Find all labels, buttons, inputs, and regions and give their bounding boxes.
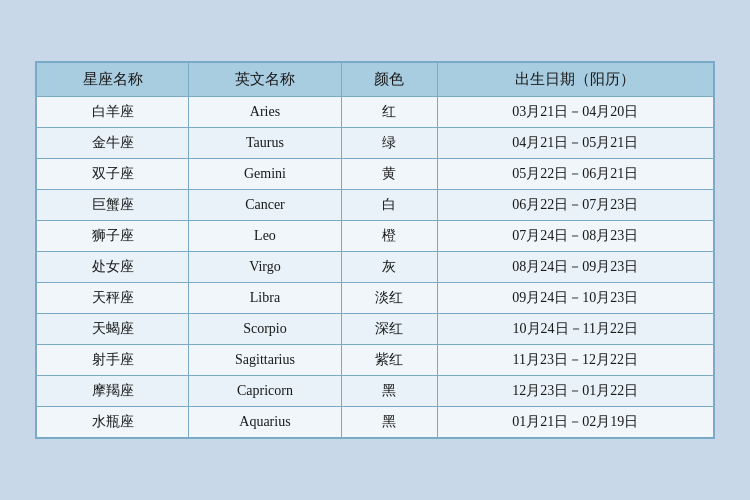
cell-dates: 12月23日－01月22日 (437, 376, 713, 407)
cell-dates: 05月22日－06月21日 (437, 159, 713, 190)
cell-color: 白 (341, 190, 437, 221)
header-color: 颜色 (341, 63, 437, 97)
cell-english-name: Virgo (189, 252, 341, 283)
cell-chinese-name: 天蝎座 (37, 314, 189, 345)
cell-english-name: Aquarius (189, 407, 341, 438)
cell-chinese-name: 摩羯座 (37, 376, 189, 407)
cell-english-name: Scorpio (189, 314, 341, 345)
table-row: 金牛座Taurus绿04月21日－05月21日 (37, 128, 714, 159)
cell-color: 黄 (341, 159, 437, 190)
cell-dates: 11月23日－12月22日 (437, 345, 713, 376)
table-row: 射手座Sagittarius紫红11月23日－12月22日 (37, 345, 714, 376)
cell-chinese-name: 金牛座 (37, 128, 189, 159)
table-row: 白羊座Aries红03月21日－04月20日 (37, 97, 714, 128)
cell-color: 灰 (341, 252, 437, 283)
cell-color: 橙 (341, 221, 437, 252)
cell-dates: 09月24日－10月23日 (437, 283, 713, 314)
cell-chinese-name: 水瓶座 (37, 407, 189, 438)
cell-dates: 08月24日－09月23日 (437, 252, 713, 283)
table-row: 天蝎座Scorpio深红10月24日－11月22日 (37, 314, 714, 345)
table-header-row: 星座名称 英文名称 颜色 出生日期（阳历） (37, 63, 714, 97)
table-row: 摩羯座Capricorn黑12月23日－01月22日 (37, 376, 714, 407)
cell-english-name: Cancer (189, 190, 341, 221)
cell-color: 淡红 (341, 283, 437, 314)
cell-dates: 10月24日－11月22日 (437, 314, 713, 345)
header-english-name: 英文名称 (189, 63, 341, 97)
zodiac-table-container: 星座名称 英文名称 颜色 出生日期（阳历） 白羊座Aries红03月21日－04… (35, 61, 715, 439)
cell-color: 红 (341, 97, 437, 128)
table-row: 双子座Gemini黄05月22日－06月21日 (37, 159, 714, 190)
cell-english-name: Taurus (189, 128, 341, 159)
cell-dates: 01月21日－02月19日 (437, 407, 713, 438)
cell-chinese-name: 巨蟹座 (37, 190, 189, 221)
cell-chinese-name: 处女座 (37, 252, 189, 283)
header-chinese-name: 星座名称 (37, 63, 189, 97)
table-row: 处女座Virgo灰08月24日－09月23日 (37, 252, 714, 283)
cell-color: 黑 (341, 407, 437, 438)
cell-color: 绿 (341, 128, 437, 159)
cell-english-name: Capricorn (189, 376, 341, 407)
cell-dates: 03月21日－04月20日 (437, 97, 713, 128)
cell-chinese-name: 双子座 (37, 159, 189, 190)
cell-english-name: Aries (189, 97, 341, 128)
cell-chinese-name: 射手座 (37, 345, 189, 376)
cell-color: 紫红 (341, 345, 437, 376)
cell-english-name: Sagittarius (189, 345, 341, 376)
cell-color: 黑 (341, 376, 437, 407)
header-dates: 出生日期（阳历） (437, 63, 713, 97)
cell-english-name: Libra (189, 283, 341, 314)
table-row: 天秤座Libra淡红09月24日－10月23日 (37, 283, 714, 314)
cell-english-name: Gemini (189, 159, 341, 190)
table-body: 白羊座Aries红03月21日－04月20日金牛座Taurus绿04月21日－0… (37, 97, 714, 438)
cell-english-name: Leo (189, 221, 341, 252)
zodiac-table: 星座名称 英文名称 颜色 出生日期（阳历） 白羊座Aries红03月21日－04… (36, 62, 714, 438)
table-row: 巨蟹座Cancer白06月22日－07月23日 (37, 190, 714, 221)
cell-chinese-name: 白羊座 (37, 97, 189, 128)
cell-dates: 06月22日－07月23日 (437, 190, 713, 221)
cell-dates: 07月24日－08月23日 (437, 221, 713, 252)
cell-chinese-name: 狮子座 (37, 221, 189, 252)
cell-chinese-name: 天秤座 (37, 283, 189, 314)
cell-color: 深红 (341, 314, 437, 345)
table-row: 狮子座Leo橙07月24日－08月23日 (37, 221, 714, 252)
table-row: 水瓶座Aquarius黑01月21日－02月19日 (37, 407, 714, 438)
cell-dates: 04月21日－05月21日 (437, 128, 713, 159)
